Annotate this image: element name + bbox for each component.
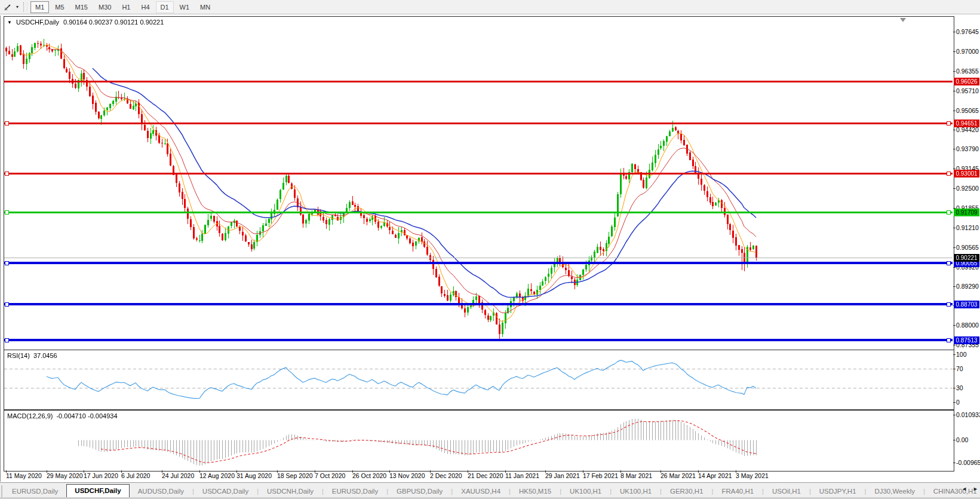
hline-left-handle[interactable] [5, 261, 9, 265]
rsi-tick-mark [953, 354, 956, 355]
price-tick-label: 0.97645 [956, 28, 980, 35]
chart-tab-uk100-h1[interactable]: UK100,H1 [561, 485, 610, 498]
hline-right-handle[interactable] [947, 261, 951, 265]
chart-tool-icon[interactable] [2, 2, 14, 12]
chart-tool-dropdown-icon[interactable]: ▾ [14, 4, 21, 10]
hline-price-label: 0.93001 [954, 170, 979, 177]
date-label: 6 Jul 2020 [121, 472, 150, 479]
date-label: 17 Feb 2021 [583, 472, 618, 479]
rsi-name: RSI(14) [7, 352, 30, 359]
macd-value: -0.004710 -0.004934 [56, 412, 117, 420]
chart-tab-fra40-h1[interactable]: FRA40,H1 [713, 485, 762, 498]
rsi-axis-label: 0 [956, 399, 980, 406]
date-label: 3 May 2021 [736, 472, 769, 479]
hline-left-handle[interactable] [5, 121, 9, 125]
timeframe-button-m15[interactable]: M15 [70, 1, 93, 13]
rsi-axis-label: 100 [956, 351, 980, 358]
date-label: 31 Aug 2020 [236, 472, 272, 479]
chart-tab-usdcnh-daily[interactable]: USDCNH,Daily [259, 485, 322, 498]
date-label: 26 Oct 2020 [352, 472, 386, 479]
hline-left-handle[interactable] [5, 210, 9, 215]
tab-scroll-right-icon[interactable]: ► [973, 486, 978, 492]
price-tick-label: 0.89290 [956, 283, 980, 290]
timeframe-button-h1[interactable]: H1 [117, 1, 135, 13]
hline-left-handle[interactable] [5, 172, 9, 176]
price-tick-mark [953, 51, 956, 52]
timeframe-button-m30[interactable]: M30 [94, 1, 116, 13]
date-label: 21 Dec 2020 [468, 472, 503, 479]
chart-tab-hk50-m15[interactable]: HK50,M15 [511, 485, 560, 498]
hline-right-handle[interactable] [947, 121, 951, 125]
timeframe-button-m5[interactable]: M5 [50, 1, 69, 13]
hline-right-handle[interactable] [947, 338, 951, 342]
timeframe-button-m1[interactable]: M1 [30, 1, 49, 13]
chart-tab-usdjpy-h1[interactable]: USDJPY,H1 [811, 485, 865, 498]
hline-price-label: 0.88703 [954, 301, 979, 308]
chart-tab-usdchf-daily[interactable]: USDCHF,Daily [66, 484, 129, 498]
timeframe-button-w1[interactable]: W1 [175, 1, 195, 13]
price-tick-label: 0.88000 [956, 322, 980, 329]
rsi-tick-mark [953, 369, 956, 369]
hline-left-handle[interactable] [5, 302, 9, 307]
date-label: 11 Jan 2021 [505, 472, 539, 479]
chart-tab-eurusd-daily[interactable]: EURUSD,Daily [324, 485, 386, 498]
hline-price-label: 0.91709 [954, 209, 979, 216]
hline-left-handle[interactable] [5, 338, 9, 342]
timeframe-button-h4[interactable]: H4 [136, 1, 154, 13]
macd-axis-label: 0.010933 [956, 411, 980, 418]
date-label: 12 Aug 2020 [199, 472, 235, 479]
tab-scroll-arrows: ◄ ► [961, 486, 978, 492]
date-label: 2 Dec 2020 [430, 472, 462, 479]
macd-tick-mark [953, 463, 956, 463]
rsi-tick-mark [953, 402, 956, 403]
rsi-value: 37.0456 [33, 352, 57, 359]
toolbar-grip[interactable] [23, 2, 27, 12]
hline-price-label: 0.87513 [954, 336, 979, 344]
chart-tab-eurusd-daily[interactable]: EURUSD,Daily [4, 485, 66, 498]
price-tick-mark [953, 91, 956, 91]
price-tick-mark [953, 286, 956, 287]
macd-indicator-canvas[interactable] [4, 411, 953, 470]
chart-tab-xauusd-h4[interactable]: XAUUSD,H4 [453, 485, 509, 498]
date-label: 11 May 2020 [6, 472, 42, 479]
date-label: 7 Oct 2020 [315, 472, 345, 479]
rsi-indicator-canvas[interactable] [4, 350, 953, 408]
price-tick-label: 0.90565 [956, 244, 980, 251]
hline-right-handle[interactable] [947, 172, 951, 176]
macd-tick-mark [953, 415, 956, 415]
chart-tab-usoil-h1[interactable]: USOil,H1 [764, 485, 809, 498]
price-chart-canvas[interactable] [4, 17, 953, 348]
chart-tab-usdcad-daily[interactable]: USDCAD,Daily [194, 485, 257, 498]
price-tick-label: 0.95065 [956, 107, 980, 114]
price-tick-mark [953, 149, 956, 149]
chart-tab-ger30-h1[interactable]: GER30,H1 [662, 485, 712, 498]
timeframe-button-mn[interactable]: MN [195, 1, 215, 13]
chart-tab-audusd-daily[interactable]: AUDUSD,Daily [130, 485, 192, 498]
price-tick-mark [953, 247, 956, 248]
price-tick-label: 0.95710 [956, 87, 980, 94]
macd-axis-label: -0.009653 [956, 459, 980, 466]
timeframe-buttons: M1M5M15M30H1H4D1W1MN [30, 1, 216, 13]
timeframe-button-d1[interactable]: D1 [156, 1, 174, 13]
price-tick-mark [953, 228, 956, 228]
price-tick-mark [953, 32, 956, 32]
tab-scroll-left-icon[interactable]: ◄ [961, 486, 967, 492]
symbol-dropdown-icon[interactable]: ▼ [7, 20, 12, 25]
price-tick-mark [953, 345, 956, 345]
price-tick-label: 0.92500 [956, 185, 980, 192]
timeframe-toolbar: ▾ M1M5M15M30H1H4D1W1MN [0, 0, 980, 14]
hline-right-handle[interactable] [947, 302, 951, 307]
date-label: 18 Sep 2020 [277, 472, 313, 479]
chart-tab-dj30-weekly[interactable]: DJ30,Weekly [866, 485, 923, 498]
chart-tab-bar: EURUSD,DailyUSDCHF,DailyAUDUSD,Daily|USD… [0, 482, 980, 498]
chart-tab-gbpusd-daily[interactable]: GBPUSD,Daily [388, 485, 451, 498]
symbol-name: USDCHF,Daily [16, 19, 59, 26]
chart-window-border [0, 16, 1, 482]
date-label: 13 Nov 2020 [389, 472, 425, 479]
rsi-label: RSI(14) 37.0456 [7, 352, 57, 359]
tabbar-grip[interactable] [1, 485, 2, 497]
hline-right-handle[interactable] [947, 210, 951, 215]
chart-tab-uk100-h1[interactable]: UK100,H1 [612, 485, 660, 498]
metatrader-window: ▾ M1M5M15M30H1H4D1W1MN ▼ USDCHF,Daily 0.… [0, 0, 980, 499]
price-tick-mark [953, 188, 956, 189]
